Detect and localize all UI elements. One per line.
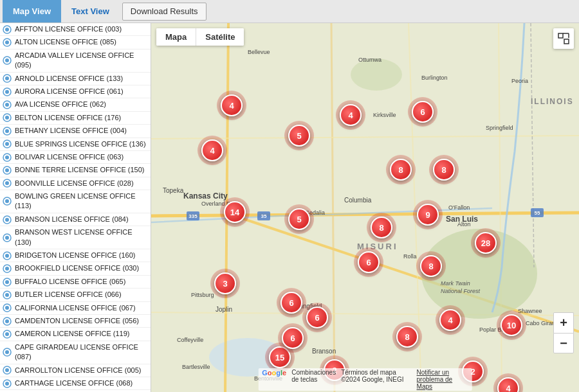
sidebar-item[interactable]: BLUE SPRINGS LICENSE OFFICE (136)	[0, 138, 151, 151]
sidebar-item[interactable]: BUTLER LICENSE OFFICE (066)	[0, 289, 151, 301]
sidebar-item[interactable]: BOWLING GREEN LICENSE OFFICE (113)	[0, 190, 151, 213]
location-icon	[3, 179, 12, 188]
zoom-in-button[interactable]: +	[553, 312, 574, 333]
sidebar-item-label: AFFTON LICENSE OFFICE (003)	[15, 24, 122, 34]
svg-point-15	[5, 129, 9, 133]
svg-point-27	[5, 218, 9, 222]
map-expand-button[interactable]	[553, 28, 574, 49]
sidebar-item[interactable]: AFFTON LICENSE OFFICE (003)	[0, 23, 151, 36]
sidebar-item-label: BUTLER LICENSE OFFICE (066)	[15, 290, 122, 299]
map-attribution: Google Combinaciones de teclas Términos …	[258, 368, 472, 391]
sidebar-item[interactable]: BETHANY LICENSE OFFICE (004)	[0, 125, 151, 138]
location-icon	[3, 264, 12, 273]
main-content: AFFTON LICENSE OFFICE (003) ALTON LICENS…	[0, 23, 579, 392]
svg-point-49	[5, 382, 9, 386]
location-icon	[3, 139, 12, 148]
sidebar-item-label: BONNE TERRE LICENSE OFFICE (150)	[15, 165, 145, 175]
location-icon	[3, 215, 12, 224]
svg-point-9	[5, 90, 9, 94]
sidebar-item[interactable]: ARNOLD LICENSE OFFICE (133)	[0, 73, 151, 85]
location-icon	[3, 38, 12, 47]
sidebar-item[interactable]: CAPE GIRARDEAU LICENSE OFFICE (087)	[0, 341, 151, 364]
sidebar-item-label: CAPE GIRARDEAU LICENSE OFFICE (087)	[15, 343, 148, 362]
location-icon	[3, 56, 12, 65]
svg-point-47	[5, 368, 9, 372]
sidebar-item[interactable]: AVA LICENSE OFFICE (062)	[0, 98, 151, 111]
svg-point-5	[5, 58, 9, 62]
sidebar-item-label: BRANSON LICENSE OFFICE (084)	[15, 215, 129, 224]
sidebar-item[interactable]: BRANSON WEST LICENSE OFFICE (130)	[0, 226, 151, 249]
svg-point-39	[5, 306, 9, 310]
location-icon	[3, 366, 12, 375]
map-area[interactable]: 335 35 55 ILLINOIS MISURI Kansas City Ov…	[151, 23, 579, 392]
sidebar-item-label: BETHANY LICENSE OFFICE (004)	[15, 126, 127, 136]
tab-map[interactable]: Map View	[3, 0, 61, 22]
location-icon	[3, 127, 12, 136]
svg-text:335: 335	[188, 213, 198, 219]
location-icon	[3, 303, 12, 312]
svg-point-23	[5, 181, 9, 185]
svg-point-69	[351, 58, 402, 91]
location-icon	[3, 348, 12, 357]
sidebar-item[interactable]: CAMDENTON LICENSE OFFICE (056)	[0, 315, 151, 328]
sidebar-item[interactable]: BOLIVAR LICENSE OFFICE (063)	[0, 151, 151, 164]
sidebar-item[interactable]: CARROLLTON LICENSE OFFICE (005)	[0, 364, 151, 377]
sidebar-item-label: BUFFALO LICENSE OFFICE (065)	[15, 277, 125, 287]
sidebar-item-label: CARTHAGE LICENSE OFFICE (068)	[15, 379, 133, 388]
location-icon	[3, 100, 12, 109]
sidebar-item-label: CALIFORNIA LICENSE OFFICE (067)	[15, 303, 136, 313]
sidebar-item[interactable]: BROOKFIELD LICENSE OFFICE (030)	[0, 262, 151, 275]
svg-point-1	[5, 28, 9, 31]
svg-point-3	[5, 40, 9, 44]
location-icon	[3, 166, 12, 175]
location-icon	[3, 87, 12, 96]
sidebar-item[interactable]: BOONVILLE LICENSE OFFICE (028)	[0, 177, 151, 190]
sidebar-item-label: BRIDGETON LICENSE OFFICE (160)	[15, 251, 135, 260]
sidebar-item[interactable]: CAMERON LICENSE OFFICE (119)	[0, 328, 151, 341]
location-icon	[3, 153, 12, 162]
tab-text[interactable]: Text View	[61, 0, 120, 22]
map-tab-mapa[interactable]: Mapa	[156, 28, 196, 46]
sidebar-item-label: BOONVILLE LICENSE OFFICE (028)	[15, 179, 134, 188]
location-icon	[3, 317, 12, 326]
svg-point-45	[5, 350, 9, 354]
sidebar-item-label: CAMERON LICENSE OFFICE (119)	[15, 329, 129, 339]
sidebar-item-label: CARROLLTON LICENSE OFFICE (005)	[15, 366, 141, 375]
location-icon	[3, 379, 12, 388]
sidebar-item[interactable]: BONNE TERRE LICENSE OFFICE (150)	[0, 164, 151, 177]
location-icon	[3, 233, 12, 242]
svg-point-13	[5, 116, 9, 120]
svg-point-25	[5, 199, 9, 203]
sidebar-item-label: ARCADIA VALLEY LICENSE OFFICE (095)	[15, 51, 148, 71]
sidebar-item-label: BOLIVAR LICENSE OFFICE (063)	[15, 152, 124, 162]
sidebar-item[interactable]: CALIFORNIA LICENSE OFFICE (067)	[0, 302, 151, 315]
sidebar-item[interactable]: BUFFALO LICENSE OFFICE (065)	[0, 276, 151, 289]
attribution-terms: Términos del mapa ©2024 Google, INEGI	[341, 369, 411, 390]
attribution-combos: Combinaciones de teclas	[291, 369, 336, 390]
sidebar-item[interactable]: BRANSON LICENSE OFFICE (084)	[0, 213, 151, 226]
svg-point-68	[421, 229, 537, 319]
sidebar-item[interactable]: BRIDGETON LICENSE OFFICE (160)	[0, 249, 151, 262]
sidebar-item[interactable]: ALTON LICENSE OFFICE (085)	[0, 36, 151, 49]
sidebar-item-label: AURORA LICENSE OFFICE (061)	[15, 87, 124, 96]
map-tab-satelite[interactable]: Satélite	[196, 28, 244, 46]
sidebar-item[interactable]: ARCADIA VALLEY LICENSE OFFICE (095)	[0, 49, 151, 73]
svg-point-35	[5, 280, 9, 284]
svg-text:55: 55	[535, 210, 540, 216]
location-icon	[3, 197, 12, 206]
svg-point-11	[5, 103, 9, 107]
location-icon	[3, 25, 12, 34]
svg-point-41	[5, 319, 9, 323]
sidebar-item[interactable]: BELTON LICENSE OFFICE (176)	[0, 112, 151, 125]
svg-point-19	[5, 156, 9, 159]
attribution-report[interactable]: Notificar un problema de Maps	[417, 369, 468, 390]
download-button[interactable]: Download Results	[122, 3, 207, 21]
zoom-out-button[interactable]: −	[553, 333, 574, 353]
sidebar-item[interactable]: CARTHAGE LICENSE OFFICE (068)	[0, 377, 151, 390]
location-icon	[3, 290, 12, 299]
sidebar-item[interactable]: AURORA LICENSE OFFICE (061)	[0, 85, 151, 98]
sidebar-item-label: BROOKFIELD LICENSE OFFICE (030)	[15, 263, 139, 273]
sidebar-item-label: CAMDENTON LICENSE OFFICE (056)	[15, 316, 139, 326]
location-icon	[3, 74, 12, 83]
svg-point-43	[5, 332, 9, 336]
